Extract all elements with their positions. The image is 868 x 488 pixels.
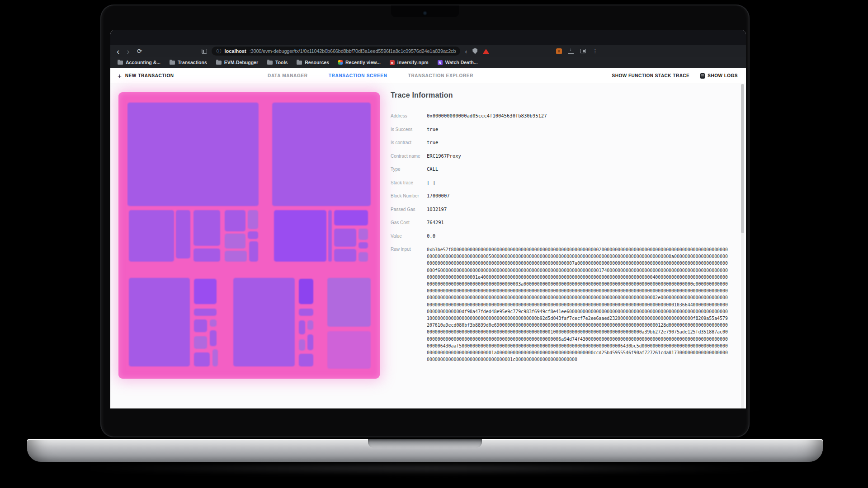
info-icon[interactable] [216, 48, 221, 54]
nav-group [117, 47, 142, 56]
share-icon[interactable] [465, 48, 467, 55]
sidebar-icon[interactable] [202, 49, 207, 54]
browser-tab-strip [110, 30, 746, 45]
treemap-cell[interactable] [129, 278, 190, 367]
treemap-cell[interactable] [194, 352, 210, 367]
treemap-cell[interactable] [299, 320, 305, 335]
treemap-cell[interactable] [176, 210, 190, 258]
field-value: 0x000000000000ad05ccc4f10045630fb830b951… [427, 113, 734, 118]
download-icon[interactable] [568, 48, 574, 54]
treemap-cell[interactable] [274, 210, 326, 262]
reload-icon[interactable] [137, 48, 142, 54]
treemap-cell[interactable] [194, 336, 207, 349]
tab-transaction-explorer[interactable]: TRANSACTION EXPLORER [408, 73, 474, 78]
treemap-cell[interactable] [194, 279, 217, 304]
tab-data-manager[interactable]: DATA MANAGER [268, 73, 308, 78]
bookmark-label: Resources [305, 60, 329, 65]
field-value: 17000007 [427, 193, 734, 198]
treemap-cell[interactable] [248, 210, 258, 229]
browser-toolbar: localhost :3000/evm-debugger/tx/1/0x1104… [110, 45, 746, 57]
treemap-cell[interactable] [210, 330, 217, 346]
treemap-cell[interactable] [307, 320, 313, 330]
field-value: ERC1967Proxy [427, 153, 734, 159]
treemap-cell[interactable] [210, 319, 217, 326]
folder-icon [267, 61, 273, 65]
bookmark-label: Recently view... [345, 60, 381, 65]
bookmark-item-accounting[interactable]: Accounting &... [118, 60, 160, 65]
show-logs-button[interactable]: SHOW LOGS [700, 73, 738, 79]
tab-transaction-screen[interactable]: TRANSACTION SCREEN [329, 73, 387, 78]
shield-icon[interactable] [472, 48, 477, 54]
treemap-cell[interactable] [334, 249, 356, 262]
treemap-cell[interactable] [359, 242, 368, 249]
folder-icon [216, 61, 222, 65]
treemap-cell[interactable] [225, 210, 245, 231]
url-bar[interactable]: localhost :3000/evm-debugger/tx/1/0x1104… [212, 47, 460, 56]
bookmark-item-resources[interactable]: Resources [297, 60, 329, 65]
treemap-cell[interactable] [299, 354, 313, 366]
trace-field-value: Value0.0 [391, 233, 734, 239]
field-value: true [427, 140, 734, 145]
extension-icon[interactable] [556, 48, 562, 54]
bookmark-item-recently-view[interactable]: Recently view... [338, 60, 381, 65]
netflix-icon [438, 60, 443, 65]
field-label: Raw input [391, 246, 427, 252]
treemap-cell[interactable] [249, 241, 258, 262]
treemap-cell[interactable] [334, 210, 368, 225]
treemap-cell[interactable] [225, 251, 247, 262]
npm-icon [390, 60, 395, 65]
app-tabs: DATA MANAGERTRANSACTION SCREENTRANSACTIO… [268, 68, 473, 84]
treemap-cell[interactable] [233, 278, 295, 367]
forward-icon[interactable] [127, 47, 129, 56]
scrollbar[interactable] [741, 84, 744, 408]
bookmark-item-watch-death[interactable]: Watch Death... [438, 60, 478, 65]
field-label: Gas Cost [391, 220, 427, 225]
treemap-cell[interactable] [299, 279, 313, 304]
bookmark-item-inversify-npm[interactable]: inversify-npm [390, 60, 429, 65]
field-value: 0.0 [427, 233, 734, 239]
bookmark-item-tools[interactable]: Tools [267, 60, 288, 65]
trace-field-block-number: Block Number17000007 [391, 193, 734, 198]
new-transaction-label: NEW TRANSACTION [125, 73, 174, 78]
treemap-cell[interactable] [248, 231, 258, 239]
treemap-cell[interactable] [193, 210, 220, 246]
bookmark-item-transactions[interactable]: Transactions [170, 60, 207, 65]
treemap-cell[interactable] [225, 234, 245, 249]
document-icon [700, 73, 705, 79]
treemap-cell[interactable] [299, 309, 313, 315]
menu-icon[interactable] [592, 48, 598, 54]
field-label: Stack trace [391, 180, 427, 185]
new-transaction-button[interactable]: NEW TRANSACTION [118, 72, 174, 80]
laptop-base [27, 439, 823, 462]
split-view-icon[interactable] [580, 49, 586, 53]
treemap-cell[interactable] [272, 103, 370, 206]
treemap-cell[interactable] [328, 210, 332, 262]
treemap-cell[interactable] [327, 278, 371, 327]
show-function-stack-trace-button[interactable]: SHOW FUNCTION STACK TRACE [612, 73, 690, 78]
field-label: Passed Gas [391, 206, 427, 212]
treemap-cell[interactable] [212, 349, 218, 366]
treemap-cell[interactable] [194, 309, 217, 315]
treemap-cell[interactable] [127, 103, 259, 206]
treemap-cell[interactable] [307, 334, 313, 350]
url-path: :3000/evm-debugger/tx/1/0x11042b0b666bd8… [250, 48, 456, 54]
field-label: Block Number [391, 193, 427, 198]
treemap-cell[interactable] [327, 331, 371, 369]
trace-field-address: Address0x000000000000ad05ccc4f10045630fb… [391, 113, 734, 118]
folder-icon [170, 61, 175, 65]
warning-icon[interactable] [483, 49, 489, 54]
treemap-cell[interactable] [359, 229, 368, 240]
treemap-cell[interactable] [193, 249, 220, 262]
back-icon[interactable] [117, 47, 119, 56]
trace-field-raw-input: Raw input0xb3be57f8000000000000000000000… [391, 246, 734, 363]
bookmark-label: Transactions [178, 60, 207, 65]
treemap-cell[interactable] [359, 252, 368, 262]
bookmark-item-evm-debugger[interactable]: EVM-Debugger [216, 60, 258, 65]
treemap-cell[interactable] [334, 229, 356, 247]
treemap-cell[interactable] [194, 319, 207, 332]
scrollbar-thumb[interactable] [741, 84, 744, 233]
treemap-cell[interactable] [299, 339, 305, 351]
treemap-cell[interactable] [129, 210, 174, 262]
panel-title: Trace Information [391, 91, 734, 99]
trace-information-panel: Trace Information Address0x000000000000a… [391, 91, 734, 371]
